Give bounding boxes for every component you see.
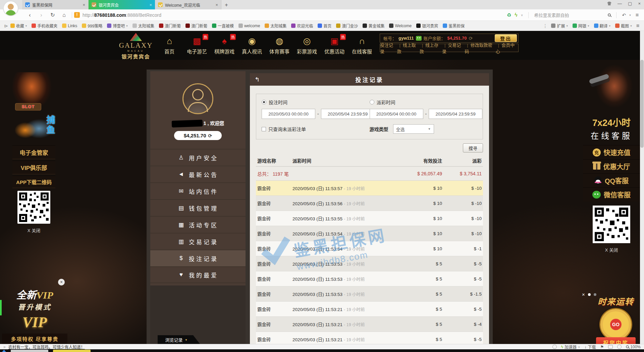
user-menu-item[interactable]: ◄ 最新公告 [150,166,246,182]
user-menu-item[interactable]: ▤ 钱包管理 [150,199,246,216]
promo-close-icon[interactable]: × [582,292,585,297]
nav-item[interactable]: ▩ 电子游艺 热 [183,31,211,60]
reader-mode-icon[interactable] [608,345,613,349]
unsettled-checkbox[interactable] [262,127,266,131]
maximize-button[interactable]: ▢ [628,1,632,6]
bookmark-item[interactable]: 太阳城集 [263,22,288,29]
fishing-promo-banner[interactable]: 捕鱼 [12,113,55,144]
proxy-icon[interactable] [552,345,557,349]
new-tab-button[interactable]: + [221,2,231,9]
bookmark-item[interactable]: 鉴黑担保 [441,22,466,29]
sidebar-item-app-qr[interactable]: APP下载二维码 [12,176,55,188]
table-row[interactable]: 霸金砖 2020/05/03 (日) 11:53:21- 19 小时前 $ 5 … [256,332,483,344]
table-row[interactable]: 霸金砖 2020/05/03 (日) 11:53:53- 19 小时前 $ 5 … [256,287,483,302]
bookmark-item[interactable]: 银河贵宾 [415,22,440,29]
browser-tab[interactable]: 银河贵宾会 × [89,0,155,9]
more-icon[interactable]: ⋮ [542,23,548,29]
sidebar-item-vip-club[interactable]: VIP俱乐部 [12,161,55,174]
payout-time-from-input[interactable] [370,109,423,119]
sidebar-menu-icon[interactable]: ≡ [635,23,641,29]
bookmark-item[interactable]: 博壹吧 ▾ [105,22,129,29]
browser-tab[interactable]: Welcome_欢迎光临 × [155,0,221,9]
minimize-button[interactable]: — [618,1,622,6]
table-row[interactable]: 霸金砖 2020/05/03 (日) 11:53:55- 19 小时前 $ 10… [256,211,483,226]
browse-history-tab[interactable]: 浏览记录 ▾ [158,335,200,344]
chevron-down-icon[interactable]: ∨ [521,13,523,17]
browser-menu-icon[interactable]: ≡ [634,12,640,18]
nav-item[interactable]: ∩ 在线客服 [348,31,376,60]
undo-icon[interactable]: ↶ [622,12,626,18]
bookmark-item[interactable]: 太阳城集 [131,22,156,29]
game-type-select[interactable]: 全选 ▼ [393,124,434,134]
bookmark-item[interactable]: Links [60,23,79,29]
table-row[interactable]: 霸金砖 2020/05/03 (日) 11:53:54- 19 小时前 $ 10… [256,241,483,256]
refresh-balance-icon[interactable]: ⟳ [208,133,212,138]
site-warning-icon[interactable]: ! [74,12,80,18]
page-scrollbar[interactable] [640,31,644,344]
site-logo[interactable]: GALAXY MACAU 银河贵宾会 [117,33,154,60]
taskbar-window-thumb[interactable] [53,350,91,352]
search-icon[interactable] [608,13,611,16]
news-chevron-icon[interactable]: » [3,345,6,349]
home-icon[interactable]: ⌂ [58,12,70,18]
undo-caret-icon[interactable]: ▾ [629,13,631,17]
flag-icon[interactable]: ⚑ [600,345,604,349]
download-tool[interactable]: ↓ 下载 [585,344,596,350]
news-ticker-link[interactable]: 农村有一宝，可治耳鸣，可惜少有人知道！ [8,344,85,350]
table-row[interactable]: 霸金砖 2020/05/03 (日) 11:53:56- 19 小时前 $ 10… [256,196,483,211]
user-menu-item[interactable]: ▥ 交易记录 [150,233,246,250]
tab-close-icon[interactable]: × [149,2,152,7]
accelerator-tool[interactable]: ϟ 加速器 ∨ [561,344,580,350]
bet-time-to-input[interactable] [321,109,375,119]
vip-promo-close-icon[interactable]: × [58,279,65,285]
sidebar-item-egold[interactable]: 电子金管家 [12,145,55,159]
bookmark-item[interactable]: welcome [237,23,262,29]
browser-tab[interactable]: 鉴黑担保网 × [22,0,89,9]
table-row[interactable]: 霸金砖 2020/05/03 (日) 11:53:21- 19 小时前 $ 5 … [256,317,483,332]
payout-time-radio[interactable] [370,100,374,104]
address-text[interactable]: http://87680188.com:8888/BetRecord [83,12,161,18]
search-input[interactable]: 希拉里发素颜自拍 [534,12,604,18]
right-sidebar-item[interactable]: 微信客服 [583,187,640,202]
bookmark-item[interactable]: 黄金城集 [361,22,386,29]
back-arrow-icon[interactable]: ↰ [255,76,260,83]
right-sidebar-item[interactable]: QQ客服 [583,173,640,187]
character-promo-banner[interactable] [583,64,640,114]
taskbar-window-thumb[interactable] [11,350,48,352]
browser-tool-item[interactable]: 扩展 ▾ [549,22,570,29]
account-link[interactable]: 交易记录 [442,42,465,54]
table-row[interactable]: 霸金砖 2020/05/03 (日) 11:53:54- 19 小时前 $ 10… [256,226,483,241]
logout-button[interactable]: 登出 [495,34,517,42]
bookmark-item[interactable]: 手机收藏夹 [30,22,59,29]
tab-close-icon[interactable]: × [83,2,85,7]
payout-time-to-input[interactable] [429,109,482,119]
bookmark-item[interactable]: 澳门新葡 [157,22,182,29]
nav-item[interactable]: ▣ 优惠活动 热 [321,31,348,60]
user-menu-item[interactable]: $ 投注记录 [150,250,246,266]
bookmark-item[interactable]: 欢迎光临 [289,22,315,29]
carousel-dot[interactable] [588,293,591,296]
user-menu-item[interactable]: ♙ 用户安全 [150,149,246,166]
bookmark-item[interactable]: 一直被模 [210,22,235,29]
lucky-wheel[interactable]: GO [600,309,631,340]
nav-item[interactable]: ◉ 真人视讯 [238,31,266,60]
wheel-go-button[interactable]: GO [610,319,622,330]
refresh-balance-icon[interactable]: ⟳ [469,36,473,41]
right-sidebar-item[interactable]: 优惠大厅 [583,159,640,173]
right-sidebar-item[interactable]: 充 快速充值 [583,145,640,159]
account-link[interactable]: 线上存款 [420,42,442,54]
bookmark-item[interactable]: 澳门金沙 [334,22,360,29]
browser-tool-item[interactable]: 网银 ▾ [571,22,591,29]
user-menu-item[interactable]: ♥ 我的最爱 [150,266,246,283]
account-link[interactable]: 会员中心 [496,42,518,54]
forward-icon[interactable]: › [36,12,47,18]
nav-item[interactable]: ◎ 彩票游戏 [293,31,321,60]
right-sidebar-close-button[interactable]: X 关闭 [583,247,640,253]
taskbar-app-icon[interactable] [2,350,6,352]
account-link[interactable]: 投注记录 [380,42,397,54]
nav-item[interactable]: ◍ 体育赛事 [266,31,293,60]
bookmark-item[interactable]: 首页 [316,22,333,29]
bet-time-from-input[interactable] [262,109,315,119]
slot-promo-banner[interactable]: SLOT [12,72,55,113]
table-row[interactable]: 霸金砖 2020/05/03 (日) 11:53:53- 19 小时前 $ 5 … [256,271,483,287]
